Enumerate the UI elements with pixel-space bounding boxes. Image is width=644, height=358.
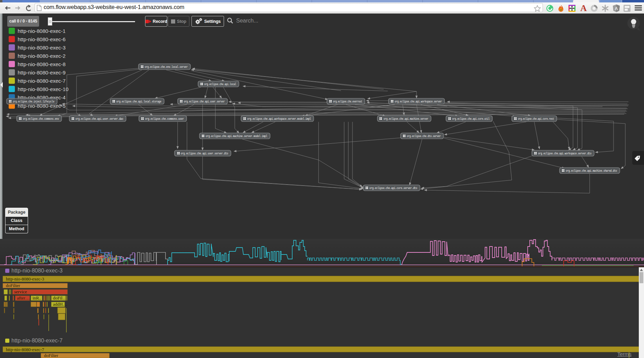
svg-text:doFilter: doFilter bbox=[44, 353, 59, 358]
svg-text:doFilter: doFilter bbox=[6, 283, 20, 288]
svg-text:addH…: addH… bbox=[53, 302, 67, 307]
svg-text:inR..: inR.. bbox=[33, 295, 41, 301]
svg-text:http-nio-8080-exec-7: http-nio-8080-exec-7 bbox=[6, 347, 44, 352]
svg-text:doFil…: doFil… bbox=[53, 295, 67, 301]
svg-text:service: service bbox=[14, 289, 27, 294]
svg-text:after…: after… bbox=[17, 295, 30, 301]
svg-text:http-nio-8080-exec-3: http-nio-8080-exec-3 bbox=[6, 276, 44, 281]
